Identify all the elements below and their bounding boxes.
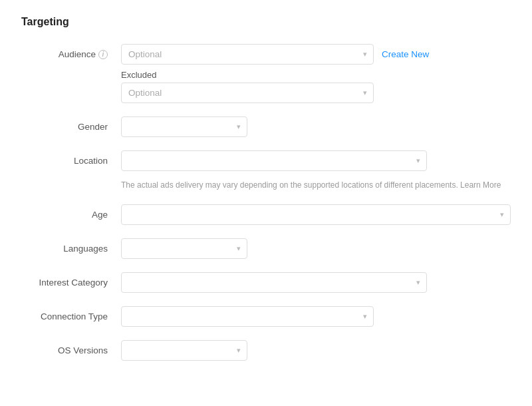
audience-select-wrapper: Optional ▾ [121, 44, 374, 65]
location-label: Location [21, 150, 121, 166]
interest-category-label: Interest Category [21, 272, 121, 288]
gender-controls: ▾ [121, 116, 511, 137]
audience-info-icon: i [98, 50, 108, 59]
audience-controls: Optional ▾ Create New Excluded Optional … [121, 44, 511, 103]
connection-type-label: Connection Type [21, 306, 121, 321]
age-controls: ▾ [121, 204, 511, 225]
os-versions-label: OS Versions [21, 340, 121, 355]
excluded-group: Excluded Optional ▾ [121, 70, 511, 103]
os-versions-select[interactable] [121, 340, 247, 361]
languages-label: Languages [21, 238, 121, 254]
os-versions-controls: ▾ [121, 340, 511, 361]
languages-select[interactable] [121, 238, 247, 259]
gender-label: Gender [21, 116, 121, 132]
connection-type-select-wrapper: ▾ [121, 306, 374, 327]
interest-category-row: Interest Category ▾ [21, 272, 511, 293]
audience-select[interactable]: Optional [121, 44, 374, 65]
location-learn-more-link[interactable]: Learn More [460, 180, 501, 190]
location-hint: The actual ads delivery may vary dependi… [121, 179, 511, 191]
interest-category-select-wrapper: ▾ [121, 272, 427, 293]
age-select[interactable] [121, 204, 511, 225]
connection-type-row: Connection Type ▾ [21, 306, 511, 327]
age-select-wrapper: ▾ [121, 204, 511, 225]
os-versions-row: OS Versions ▾ [21, 340, 511, 361]
age-row: Age ▾ [21, 204, 511, 225]
languages-controls: ▾ [121, 238, 511, 259]
location-select[interactable] [121, 150, 427, 171]
excluded-select-wrapper: Optional ▾ [121, 83, 374, 103]
connection-type-select[interactable] [121, 306, 374, 327]
audience-label: Audience i [21, 44, 121, 59]
excluded-select[interactable]: Optional [121, 83, 374, 103]
gender-select[interactable] [121, 116, 247, 137]
location-select-wrapper: ▾ [121, 150, 427, 171]
age-label: Age [21, 204, 121, 220]
interest-category-select[interactable] [121, 272, 427, 293]
gender-select-wrapper: ▾ [121, 116, 247, 137]
excluded-label: Excluded [121, 70, 511, 80]
location-row: Location ▾ The actual ads delivery may v… [21, 150, 511, 191]
os-versions-select-wrapper: ▾ [121, 340, 247, 361]
audience-main-row: Optional ▾ Create New [121, 44, 511, 65]
interest-category-controls: ▾ [121, 272, 511, 293]
languages-row: Languages ▾ [21, 238, 511, 259]
connection-type-controls: ▾ [121, 306, 511, 327]
create-new-button[interactable]: Create New [382, 47, 429, 62]
targeting-section: Targeting Audience i Optional ▾ Create N… [0, 0, 532, 390]
audience-row: Audience i Optional ▾ Create New Exclude… [21, 44, 511, 103]
location-controls: ▾ The actual ads delivery may vary depen… [121, 150, 511, 191]
page-title: Targeting [21, 16, 511, 28]
languages-select-wrapper: ▾ [121, 238, 247, 259]
gender-row: Gender ▾ [21, 116, 511, 137]
